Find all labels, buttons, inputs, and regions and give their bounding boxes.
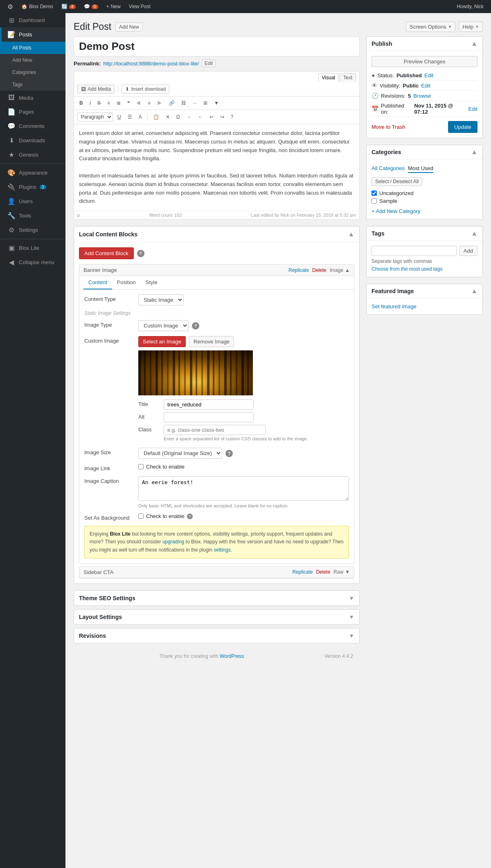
help-editor-button[interactable]: ?: [229, 113, 236, 121]
tab-text[interactable]: Text: [340, 73, 356, 82]
add-tag-button[interactable]: Add: [459, 246, 477, 256]
tab-all-categories[interactable]: All Categories: [372, 164, 405, 173]
sidebar-item-settings[interactable]: ⚙ Settings: [0, 223, 65, 237]
banner-image-block-header[interactable]: Banner Image Replicate Delete Image ▲: [79, 265, 354, 276]
tab-style[interactable]: Style: [141, 276, 162, 289]
sidebar-item-pages[interactable]: 📄 Pages: [0, 105, 65, 119]
sidebar-item-users[interactable]: 👤 Users: [0, 194, 65, 209]
unordered-list-button[interactable]: ≡: [105, 99, 112, 107]
justify-button[interactable]: ☰: [126, 113, 134, 121]
tab-most-used[interactable]: Most Used: [408, 164, 433, 173]
sidebar-item-tags[interactable]: Tags: [0, 79, 65, 91]
redo-button[interactable]: ↪: [218, 113, 226, 121]
image-class-input[interactable]: [164, 425, 266, 435]
image-alt-input[interactable]: [164, 412, 254, 422]
new-item[interactable]: + New: [103, 0, 124, 13]
align-center-button[interactable]: ≡: [146, 99, 153, 107]
align-left-button[interactable]: ⫷: [134, 99, 143, 107]
most-used-tags-link[interactable]: Choose from the most used tags: [372, 266, 442, 272]
published-edit-link[interactable]: Edit: [468, 106, 477, 112]
undo-button[interactable]: ↩: [207, 113, 216, 121]
bold-button[interactable]: B: [77, 99, 85, 107]
banner-delete-link[interactable]: Delete: [312, 267, 327, 273]
sidebar-item-categories[interactable]: Categories: [0, 66, 65, 79]
sidebar-item-tools[interactable]: 🔧 Tools: [0, 209, 65, 223]
screen-options-button[interactable]: Screen Options ▼: [406, 22, 456, 32]
status-edit-link[interactable]: Edit: [424, 72, 433, 79]
sidebar-item-collapse[interactable]: ◀ Collapse menu: [0, 255, 65, 269]
paste-text-button[interactable]: 📋: [151, 113, 161, 121]
insert-download-button[interactable]: ⬇ Insert download: [122, 85, 169, 94]
revisions-header[interactable]: Revisions ▼: [74, 628, 359, 643]
special-char-button[interactable]: Ω: [174, 113, 182, 121]
site-name-item[interactable]: 🏠 Blox Demo: [18, 0, 56, 13]
insert-more-button[interactable]: ···: [191, 99, 199, 107]
link-button[interactable]: 🔗: [167, 99, 177, 107]
tab-position[interactable]: Position: [112, 276, 141, 289]
add-media-button[interactable]: 🖼 Add Media: [77, 85, 115, 94]
italic-button[interactable]: I: [88, 99, 93, 107]
image-title-input[interactable]: [164, 399, 254, 410]
permalink-edit-button[interactable]: Edit: [202, 60, 216, 67]
select-image-button[interactable]: Select an Image: [138, 336, 186, 347]
image-size-help-icon[interactable]: ?: [225, 450, 233, 457]
strikethrough-button[interactable]: S: [95, 99, 103, 107]
comments-item[interactable]: 💬 0: [81, 0, 101, 13]
set-featured-image-link[interactable]: Set featured image: [372, 303, 417, 310]
set-background-help-icon[interactable]: ?: [187, 514, 193, 519]
sidebar-item-blox-lite[interactable]: ▣ Blox Lite: [0, 241, 65, 255]
sidebar-cta-header[interactable]: Sidebar CTA Replicate Delete Raw ▼: [79, 567, 354, 578]
user-greeting[interactable]: Howdy, Nick: [453, 0, 487, 13]
upgrading-link[interactable]: upgrading: [162, 539, 184, 545]
table-button[interactable]: ⊞: [201, 99, 209, 107]
tab-visual[interactable]: Visual: [318, 73, 339, 82]
category-sample-checkbox[interactable]: [372, 198, 377, 204]
sidebar-item-posts[interactable]: 📝 Posts: [0, 27, 65, 42]
update-button[interactable]: Update: [448, 121, 477, 133]
select-deselect-button[interactable]: Select / Deselect All: [372, 177, 422, 186]
text-color-button[interactable]: A: [137, 113, 144, 121]
preview-changes-button[interactable]: Preview Changes: [372, 56, 477, 67]
image-caption-textarea[interactable]: An eerie forest!: [138, 476, 349, 501]
content-type-select[interactable]: Static Image: [138, 294, 184, 305]
editor-content-area[interactable]: Lorem ipsum dolor sit amet, consectetur …: [74, 124, 359, 211]
settings-link[interactable]: settings: [214, 547, 230, 553]
tags-input[interactable]: [372, 246, 457, 256]
visibility-edit-link[interactable]: Edit: [421, 83, 430, 89]
move-to-trash-button[interactable]: Move to Trash: [372, 124, 405, 130]
category-uncategorized-checkbox[interactable]: [372, 191, 377, 196]
underline-button[interactable]: U: [115, 113, 123, 121]
outdent-button[interactable]: ←: [196, 113, 205, 121]
image-size-select[interactable]: Default (Original Image Size): [138, 448, 222, 459]
layout-header[interactable]: Layout Settings ▼: [74, 610, 359, 624]
help-button[interactable]: Help ▼: [459, 22, 483, 32]
indent-button[interactable]: →: [185, 113, 194, 121]
revisions-browse-link[interactable]: Browse: [413, 93, 431, 99]
sidebar-item-genesis[interactable]: ★ Genesis: [0, 148, 65, 162]
theme-seo-header[interactable]: Theme SEO Settings ▼: [74, 591, 359, 606]
categories-header[interactable]: Categories ▲: [367, 145, 482, 159]
tags-header[interactable]: Tags ▲: [367, 227, 482, 241]
updates-item[interactable]: 🔄 4: [58, 0, 79, 13]
post-title-input[interactable]: [74, 36, 360, 56]
ordered-list-button[interactable]: ≣: [115, 99, 123, 107]
permalink-link[interactable]: http://localhost:8888/demo-post-blox-lit…: [103, 61, 199, 67]
wp-logo-item[interactable]: ⚙: [4, 0, 16, 13]
unlink-button[interactable]: ⛓: [179, 99, 188, 107]
toolbar-toggle-button[interactable]: ▼: [212, 99, 221, 107]
sidebar-cta-delete-link[interactable]: Delete: [316, 569, 330, 575]
image-type-help-icon[interactable]: ?: [192, 322, 199, 330]
add-new-button[interactable]: Add New: [115, 22, 143, 31]
add-block-help-icon[interactable]: ?: [137, 250, 144, 257]
remove-image-button[interactable]: Remove Image: [189, 336, 234, 347]
align-right-button[interactable]: ⫸: [155, 99, 164, 107]
sidebar-item-appearance[interactable]: 🎨 Appearance: [0, 166, 65, 180]
image-link-checkbox[interactable]: [138, 464, 144, 469]
add-category-link[interactable]: + Add New Category: [372, 208, 477, 214]
add-content-block-button[interactable]: Add Content Block: [79, 247, 134, 259]
blockquote-button[interactable]: ❝: [125, 99, 132, 107]
set-background-checkbox[interactable]: [138, 514, 144, 519]
footer-wordpress-link[interactable]: WordPress: [220, 653, 244, 659]
paragraph-select[interactable]: Paragraph: [77, 112, 113, 121]
content-blocks-header[interactable]: Local Content Blocks ▲: [74, 227, 359, 242]
